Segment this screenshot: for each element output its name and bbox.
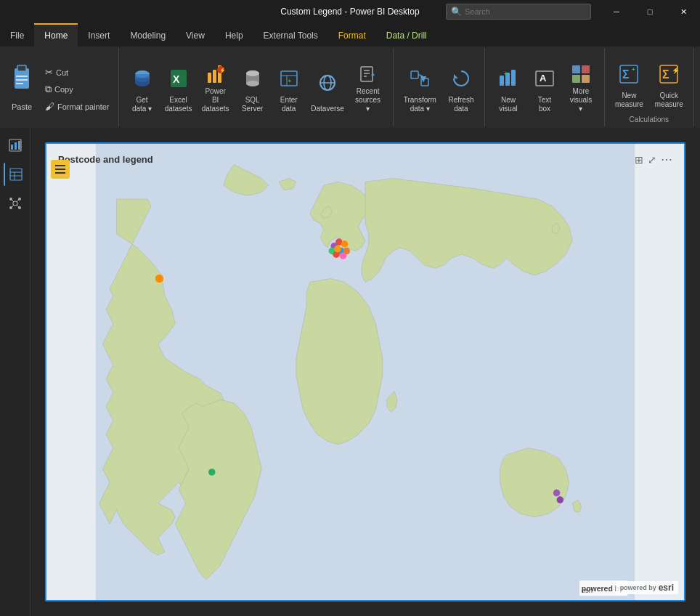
svg-rect-40 [582,75,590,83]
refresh-button[interactable]: Refreshdata [444,58,479,116]
transform-label: Transformdata ▾ [404,96,436,113]
svg-text:esri: esri [582,586,593,594]
data-group: Getdata ▾ X Exceldatasets ⚡ P [119,48,394,126]
svg-text:+: + [504,70,508,78]
svg-line-65 [17,199,20,202]
format-painter-icon: 🖌 [45,101,54,112]
dataverse-button[interactable]: Dataverse [308,58,348,116]
tab-modeling[interactable]: Modeling [120,23,176,46]
map-hamburger-button[interactable] [51,160,70,179]
text-box-icon: A [534,61,555,96]
svg-text:⚡: ⚡ [219,67,225,73]
text-box-button[interactable]: A Textbox [527,58,562,116]
svg-rect-53 [15,142,17,150]
tab-data-drill[interactable]: Data / Drill [376,23,437,46]
svg-text:Σ: Σ [662,68,670,81]
tab-format[interactable]: Format [328,23,376,46]
new-visual-label: Newvisual [499,96,518,113]
power-bi-icon: ⚡ [206,61,225,87]
search-box[interactable]: 🔍 [446,4,591,20]
svg-line-66 [11,205,14,208]
svg-point-76 [340,252,347,259]
format-painter-label: Format painter [57,102,110,111]
recent-sources-icon [359,61,378,87]
text-box-label: Textbox [538,96,551,113]
svg-point-15 [246,81,259,86]
svg-text:A: A [540,73,547,84]
svg-point-78 [155,275,163,283]
enter-data-icon: + [280,61,298,96]
filter-icon[interactable]: ⊞ [635,154,643,166]
hamburger-line-3 [55,172,65,174]
format-painter-button[interactable]: 🖌 Format painter [42,100,113,113]
query-group: Transformdata ▾ Refreshdata [394,48,485,126]
get-data-icon [132,61,152,96]
tab-external-tools[interactable]: External Tools [253,23,328,46]
recent-sources-label: Recentsources ▾ [354,87,383,113]
cut-button[interactable]: ✂ Cut [42,65,113,79]
tab-home[interactable]: Home [34,23,78,46]
sidebar-icon-model[interactable] [4,192,27,215]
svg-point-81 [557,496,564,503]
tab-view[interactable]: View [176,23,215,46]
hamburger-line-1 [55,165,65,166]
cut-label: Cut [56,68,68,77]
svg-rect-24 [361,67,373,81]
svg-marker-30 [454,74,458,78]
visual-panel: Postcode and legend ⊞ ⤢ ⋯ [45,142,685,601]
enter-data-button[interactable]: + Enterdata [272,58,306,116]
svg-rect-4 [16,83,23,84]
clipboard-small-buttons: ✂ Cut ⧉ Copy 🖌 Format painter [42,61,113,113]
paste-button[interactable]: Paste [6,58,38,116]
hamburger-line-2 [55,169,65,170]
svg-rect-2 [16,76,28,77]
tab-file[interactable]: File [0,23,34,46]
more-options-icon[interactable]: ⋯ [661,153,672,166]
copy-button[interactable]: ⧉ Copy [42,82,113,97]
close-button[interactable]: ✕ [667,0,700,23]
excel-button[interactable]: X Exceldatasets [161,58,196,116]
calculations-group: Σ + Newmeasure Σ ⚡ Quickmeasure Calculat… [605,48,694,126]
svg-rect-39 [572,75,580,83]
copy-icon: ⧉ [45,84,52,95]
svg-point-16 [246,70,259,76]
svg-text:+: + [632,66,635,73]
tab-insert[interactable]: Insert [78,23,120,46]
search-input[interactable] [465,7,586,16]
svg-rect-29 [421,78,428,86]
dataverse-icon [318,61,337,105]
sensitivity-group: Sensitivity(preview) ▾ Sensitivity [694,48,700,126]
quick-measure-label: Quickmeasure [655,92,683,109]
svg-rect-9 [213,70,216,83]
sidebar-icon-report[interactable] [4,134,27,157]
world-map: powered by esri [46,144,684,600]
svg-text:+: + [288,78,291,84]
maximize-button[interactable]: □ [633,0,667,23]
new-visual-button[interactable]: + Newvisual [491,58,526,116]
svg-line-67 [17,205,20,208]
quick-measure-button[interactable]: Σ ⚡ Quickmeasure [651,54,688,112]
paste-icon [9,64,35,100]
svg-rect-55 [10,169,22,180]
esri-watermark: powered by esri [616,581,678,594]
tab-help[interactable]: Help [215,23,253,46]
sidebar-icon-table[interactable] [4,163,27,186]
svg-text:⚡: ⚡ [672,66,679,75]
clipboard-group: Paste ✂ Cut ⧉ Copy 🖌 Format painter [0,48,119,126]
power-bi-datasets-button[interactable]: ⚡ Power BIdatasets [198,58,234,116]
more-visuals-button[interactable]: Morevisuals ▾ [563,58,598,116]
recent-sources-button[interactable]: Recentsources ▾ [349,58,387,116]
insert-group: + Newvisual A Textbox [485,48,605,126]
new-measure-icon: Σ + [619,57,639,92]
transform-data-button[interactable]: Transformdata ▾ [399,58,441,116]
get-data-button[interactable]: Getdata ▾ [125,58,160,116]
sql-server-button[interactable]: SQLServer [235,58,270,116]
more-visuals-label: Morevisuals ▾ [568,87,594,113]
new-measure-button[interactable]: Σ + Newmeasure [611,54,648,112]
ribbon-tabs: File Home Insert Modeling View Help Exte… [0,23,700,46]
minimize-button[interactable]: ─ [600,0,633,23]
refresh-icon [451,61,471,96]
excel-label: Exceldatasets [165,96,192,113]
cut-icon: ✂ [45,67,53,78]
focus-mode-icon[interactable]: ⤢ [648,154,656,166]
